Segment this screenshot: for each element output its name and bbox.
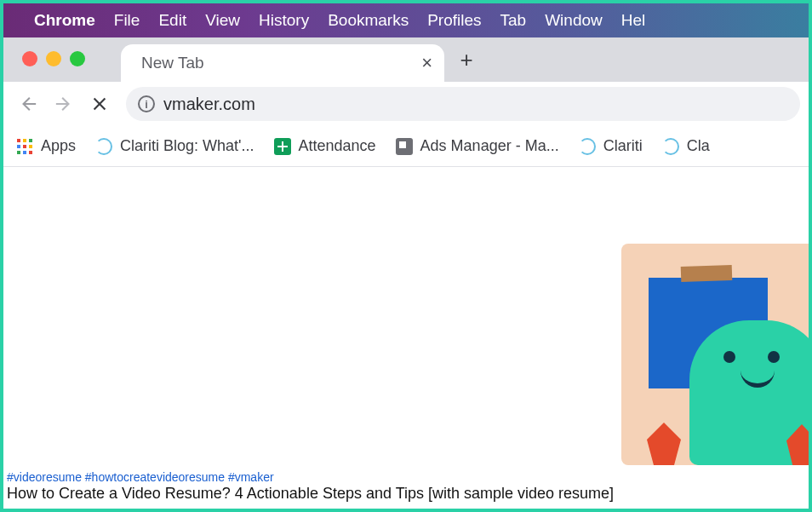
menubar-view[interactable]: View — [205, 11, 240, 30]
browser-toolbar: i vmaker.com — [3, 82, 809, 126]
bookmark-clariti[interactable]: Clariti — [578, 137, 643, 156]
menubar-profiles[interactable]: Profiles — [427, 11, 481, 30]
tab-close-icon[interactable]: × — [421, 52, 432, 74]
address-url: vmaker.com — [163, 95, 255, 114]
browser-tab[interactable]: New Tab × — [121, 44, 444, 82]
tab-title: New Tab — [141, 54, 204, 72]
macos-menubar: Chrome File Edit View History Bookmarks … — [3, 3, 809, 37]
bookmark-clariti-blog[interactable]: Clariti Blog: What'... — [94, 137, 254, 156]
bookmark-label: Apps — [41, 137, 76, 155]
menubar-tab[interactable]: Tab — [500, 11, 527, 30]
bookmark-label: Ads Manager - Ma... — [420, 137, 559, 155]
close-icon — [90, 95, 109, 113]
bookmark-ads-manager[interactable]: Ads Manager - Ma... — [395, 137, 559, 156]
bookmarks-bar: Apps Clariti Blog: What'... Attendance A… — [3, 126, 809, 167]
video-caption-strip: #videoresume #howtocreatevideoresume #vm… — [7, 466, 805, 505]
google-doodle-illustration — [621, 244, 809, 465]
video-title: How to Create a Video Resume? 4 Actionab… — [7, 485, 805, 503]
menubar-window[interactable]: Window — [545, 11, 603, 30]
menubar-history[interactable]: History — [259, 11, 309, 30]
bookmark-attendance[interactable]: Attendance — [273, 137, 376, 156]
nav-back-button[interactable] — [12, 88, 44, 120]
bookmark-label: Attendance — [299, 137, 376, 155]
bookmark-label: Clariti — [603, 137, 643, 155]
window-controls — [22, 51, 85, 66]
bookmark-label: Clariti Blog: What'... — [120, 137, 254, 155]
arrow-right-icon — [54, 95, 73, 113]
video-hashtags[interactable]: #videoresume #howtocreatevideoresume #vm… — [7, 470, 805, 484]
browser-tabstrip: New Tab × + — [3, 37, 809, 82]
new-tab-button[interactable]: + — [449, 47, 483, 73]
page-content — [3, 167, 809, 469]
window-zoom-button[interactable] — [70, 51, 85, 66]
menubar-file[interactable]: File — [114, 11, 140, 30]
apps-grid-icon — [15, 137, 34, 156]
menubar-help[interactable]: Hel — [621, 11, 646, 30]
arrow-left-icon — [19, 95, 37, 113]
ads-manager-icon — [396, 138, 413, 155]
clariti-icon — [95, 138, 112, 155]
menubar-appname[interactable]: Chrome — [34, 11, 95, 30]
clariti-icon — [579, 138, 596, 155]
bookmark-label: Cla — [687, 137, 710, 155]
bookmark-apps[interactable]: Apps — [15, 137, 76, 156]
window-close-button[interactable] — [22, 51, 37, 66]
site-info-icon[interactable]: i — [138, 95, 155, 112]
menubar-bookmarks[interactable]: Bookmarks — [328, 11, 409, 30]
window-minimize-button[interactable] — [46, 51, 61, 66]
nav-stop-button[interactable] — [83, 88, 116, 120]
bookmark-clariti-cut[interactable]: Cla — [661, 137, 710, 156]
clariti-icon — [662, 138, 679, 155]
menubar-edit[interactable]: Edit — [158, 11, 186, 30]
nav-forward-button[interactable] — [48, 88, 80, 120]
google-sheets-icon — [274, 138, 291, 155]
address-bar[interactable]: i vmaker.com — [126, 87, 800, 121]
